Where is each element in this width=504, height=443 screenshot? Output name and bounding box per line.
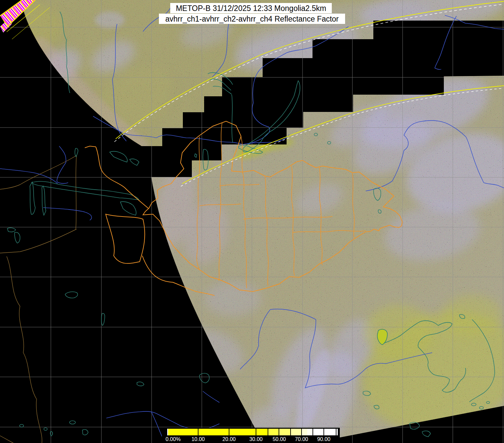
colorbar-segment [279, 429, 291, 435]
colorbar-end-cap [336, 429, 338, 435]
colorbar-segment [302, 429, 307, 435]
colorbar-tick-label: 50.00 [273, 436, 286, 442]
colorbar: 0.00% 10.00 20.00 30.00 50.00 70.00 90.0… [162, 428, 340, 443]
colorbar-segment [313, 429, 324, 435]
colorbar-tick-label: 30.00 [249, 436, 263, 442]
colorbar-tick-label: 0.00% [166, 436, 181, 442]
colorbar-segment [198, 429, 229, 435]
satellite-image-viewport: METOP-B 31/12/2025 12:33 Mongolia2.5km a… [0, 0, 504, 443]
colorbar-left-cap [167, 429, 168, 435]
title-line2: avhrr_ch1-avhrr_ch2-avhrr_ch4 Reflectanc… [165, 15, 339, 23]
colorbar-segment [168, 429, 198, 435]
colorbar-segment [229, 429, 256, 435]
colorbar-segment [268, 429, 279, 435]
colorbar-segment [256, 429, 268, 435]
colorbar-tick-label: 20.00 [222, 436, 236, 442]
title-line1: METOP-B 31/12/2025 12:33 Mongolia2.5km [176, 4, 326, 13]
colorbar-segment [307, 429, 313, 435]
colorbar-segment [291, 429, 302, 435]
colorbar-tick-label: 10.00 [191, 436, 205, 442]
colorbar-segment [324, 429, 336, 435]
colorbar-tick-label: 70.00 [295, 436, 308, 442]
colorbar-tick-label: 90.00 [317, 436, 330, 442]
